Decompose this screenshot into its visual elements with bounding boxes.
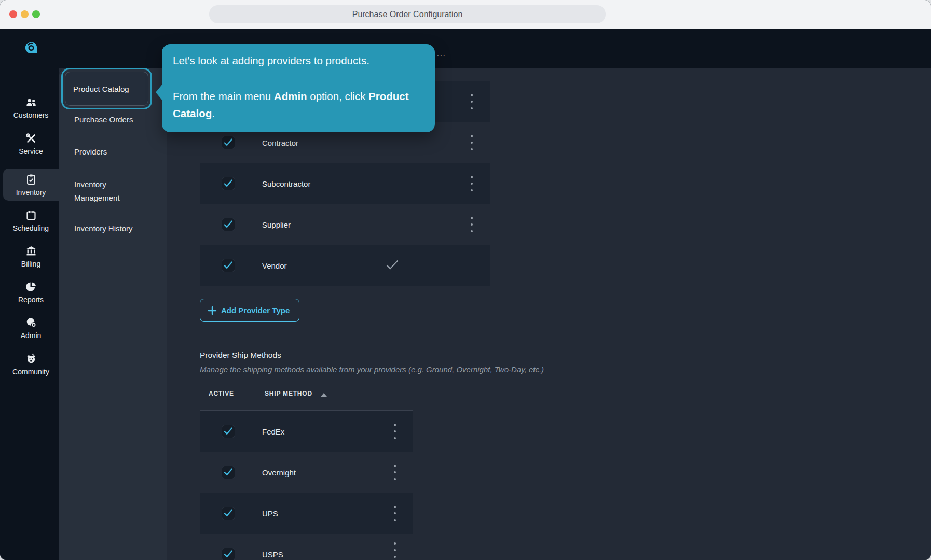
add-provider-type-button[interactable]: Add Provider Type <box>200 299 299 322</box>
app-window: Purchase Order Configuration ... <box>0 0 931 560</box>
row-menu-kebab-icon[interactable] <box>467 176 476 191</box>
service-icon <box>25 132 37 145</box>
main-sidebar: Customers Service Inventory <box>0 29 59 560</box>
table-header-divider <box>200 410 413 411</box>
table-row-subcontractor[interactable]: Subcontractor <box>200 163 490 204</box>
sidebar-item-label: Inventory <box>16 188 46 197</box>
sort-asc-icon[interactable] <box>321 393 327 397</box>
sidebar-item-label: Billing <box>21 260 40 268</box>
table-row-overnight[interactable]: Overnight <box>200 452 413 493</box>
table-row-ups[interactable]: UPS <box>200 493 413 534</box>
add-provider-type-label: Add Provider Type <box>221 306 290 315</box>
sidebar-item-admin[interactable]: Admin <box>3 312 59 344</box>
sidebar-item-label: Service <box>19 147 43 156</box>
submenu-item-purchase-orders[interactable]: Purchase Orders <box>74 113 157 127</box>
row-menu-kebab-icon[interactable] <box>467 135 476 150</box>
ship-method-name: FedEx <box>262 411 284 452</box>
row-menu-kebab-icon[interactable] <box>390 542 400 558</box>
sidebar-item-scheduling[interactable]: Scheduling <box>3 204 59 236</box>
row-menu-kebab-icon[interactable] <box>390 506 400 521</box>
scheduling-icon <box>25 209 37 221</box>
active-checkbox[interactable] <box>222 259 235 272</box>
provider-type-name: Supplier <box>262 204 291 245</box>
sidebar-item-label: Admin <box>21 331 42 340</box>
sidebar-item-label: Reports <box>18 296 44 304</box>
window-title: Purchase Order Configuration <box>352 10 463 19</box>
sidebar-item-inventory[interactable]: Inventory <box>3 169 59 201</box>
inventory-icon <box>25 173 37 186</box>
table-row-fedex[interactable]: FedEx <box>200 411 413 452</box>
submenu-item-inventory-management[interactable]: Inventory Management <box>74 178 147 205</box>
submenu-item-providers[interactable]: Providers <box>74 145 157 159</box>
ship-methods-heading: Provider Ship Methods <box>200 351 281 360</box>
truncated-header-text: ... <box>437 49 446 58</box>
sidebar-item-label: Scheduling <box>13 224 49 232</box>
reports-icon <box>25 281 37 293</box>
close-window-button[interactable] <box>9 10 17 18</box>
plus-icon <box>208 306 217 315</box>
table-row-supplier[interactable]: Supplier <box>200 204 490 245</box>
active-checkbox[interactable] <box>222 548 235 560</box>
active-checkbox[interactable] <box>222 425 235 438</box>
walkthrough-tooltip: Let's look at adding providers to produc… <box>162 44 435 132</box>
tooltip-arrow <box>156 83 163 101</box>
admin-icon <box>25 316 37 329</box>
table-row-usps[interactable]: USPS <box>200 534 413 560</box>
row-menu-kebab-icon[interactable] <box>467 217 476 232</box>
ship-method-name: USPS <box>262 534 283 560</box>
titlebar: Purchase Order Configuration <box>0 0 931 29</box>
column-header-ship-method[interactable]: SHIP METHOD <box>265 390 312 397</box>
active-checkbox[interactable] <box>222 507 235 520</box>
page-header-band: ... <box>0 29 931 68</box>
tooltip-line2: From the main menu Admin option, click P… <box>173 88 422 122</box>
active-checkbox[interactable] <box>222 136 235 149</box>
active-checkbox[interactable] <box>222 177 235 190</box>
submenu-item-inventory-history[interactable]: Inventory History <box>74 222 157 235</box>
ship-methods-table: FedEx Overnight UPS <box>200 411 413 560</box>
ship-method-name: Overnight <box>262 452 296 493</box>
minimize-window-button[interactable] <box>21 10 29 18</box>
selected-check-icon <box>386 259 399 273</box>
sidebar-item-customers[interactable]: Customers <box>3 91 59 123</box>
provider-type-name: Subcontractor <box>262 163 310 204</box>
zoom-window-button[interactable] <box>32 10 40 18</box>
ship-method-name: UPS <box>262 493 278 534</box>
sidebar-item-reports[interactable]: Reports <box>3 276 59 308</box>
row-menu-kebab-icon[interactable] <box>390 465 400 480</box>
provider-type-name: Vendor <box>262 245 287 286</box>
row-menu-kebab-icon[interactable] <box>390 424 400 439</box>
sidebar-item-billing[interactable]: Billing <box>3 240 59 272</box>
ship-methods-description: Manage the shipping methods available fr… <box>200 365 544 374</box>
customers-icon <box>25 96 37 108</box>
sidebar-item-community[interactable]: Community <box>3 348 59 380</box>
coachmark-highlight-ring: Product Catalog <box>61 68 152 109</box>
sidebar-item-label: Community <box>12 368 49 376</box>
main-content: Contractor Subcontractor Supplier <box>167 68 931 560</box>
sidebar-item-label: Customers <box>13 111 49 119</box>
sidebar-item-service[interactable]: Service <box>3 128 59 160</box>
tooltip-line1: Let's look at adding providers to produc… <box>173 54 369 67</box>
community-icon <box>25 353 37 365</box>
submenu-item-product-catalog[interactable]: Product Catalog <box>65 72 148 106</box>
billing-icon <box>25 245 37 257</box>
section-divider <box>200 332 854 332</box>
table-row-vendor[interactable]: Vendor <box>200 245 490 286</box>
column-header-active[interactable]: ACTIVE <box>209 390 234 397</box>
submenu-item-label: Product Catalog <box>73 85 129 93</box>
active-checkbox[interactable] <box>222 218 235 231</box>
window-title-pill: Purchase Order Configuration <box>209 5 606 23</box>
inventory-submenu-panel: Purchase Orders Providers Inventory Mana… <box>59 68 167 560</box>
active-checkbox[interactable] <box>222 466 235 479</box>
app-logo-icon <box>24 40 38 55</box>
row-menu-kebab-icon[interactable] <box>467 94 476 109</box>
